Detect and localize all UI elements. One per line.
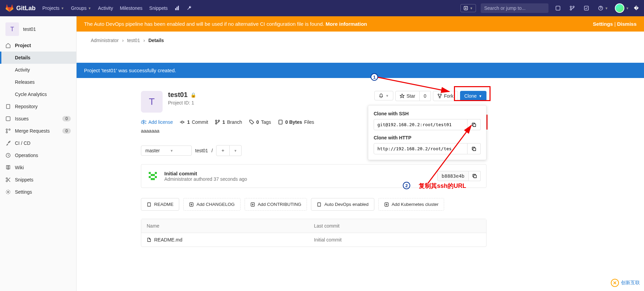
- rocket-icon: [5, 140, 11, 146]
- clone-ssh-input[interactable]: [374, 119, 468, 130]
- star-button[interactable]: Star: [395, 91, 420, 101]
- col-commit: Last commit: [309, 219, 447, 233]
- nav-milestones[interactable]: Milestones: [120, 5, 143, 11]
- alert-settings-link[interactable]: Settings: [593, 21, 613, 27]
- todos-icon[interactable]: [582, 3, 591, 13]
- clone-dropdown: Clone with SSH Clone with HTTP: [368, 105, 486, 160]
- svg-point-21: [440, 94, 441, 95]
- add-license-link[interactable]: Add license: [141, 119, 173, 125]
- path-project[interactable]: test01: [195, 148, 208, 153]
- help-dropdown[interactable]: ▼: [596, 3, 610, 13]
- clone-ssh-copy[interactable]: [468, 119, 481, 130]
- user-menu[interactable]: ▼: [615, 3, 629, 13]
- bell-icon: [379, 93, 383, 98]
- contributing-button[interactable]: Add CONTRIBUTING: [245, 198, 307, 211]
- commit-title[interactable]: Initial commit: [164, 171, 432, 176]
- file-link[interactable]: README.md: [147, 237, 303, 242]
- add-file-dropdown[interactable]: ▼: [230, 145, 242, 156]
- search-input[interactable]: [484, 5, 543, 11]
- plus-square-icon: [250, 202, 255, 207]
- tags-link[interactable]: 0 Tags: [249, 119, 271, 125]
- alert-dismiss-link[interactable]: Dismiss: [617, 21, 637, 27]
- svg-rect-34: [155, 172, 157, 174]
- sidebar-item-issues[interactable]: Issues 0: [0, 113, 76, 125]
- fork-button[interactable]: Fork: [433, 91, 458, 101]
- file-icon: [147, 237, 151, 242]
- scissors-icon: [5, 177, 11, 182]
- sidebar-item-snippets[interactable]: Snippets: [0, 174, 76, 186]
- branch-select[interactable]: master▼: [141, 146, 192, 156]
- plus-icon: [463, 6, 468, 11]
- brand[interactable]: GitLab: [5, 4, 36, 12]
- plus-square-icon: [189, 202, 194, 207]
- notification-button[interactable]: ▼: [374, 91, 393, 100]
- avatar: [615, 3, 624, 13]
- sidebar-item-wiki[interactable]: Wiki: [0, 161, 76, 174]
- clone-http-copy[interactable]: [468, 143, 481, 154]
- sidebar-item-cicd[interactable]: CI / CD: [0, 137, 76, 149]
- breadcrumb-admin[interactable]: Administrator: [91, 38, 119, 43]
- svg-point-17: [6, 178, 7, 179]
- identicon-icon: [147, 170, 159, 182]
- svg-point-28: [215, 120, 217, 121]
- commit-sha[interactable]: b8883e4b: [437, 171, 469, 181]
- issues-icon[interactable]: [553, 3, 563, 13]
- svg-point-15: [9, 129, 10, 130]
- nav-chart-icon[interactable]: [174, 5, 180, 11]
- copy-icon: [472, 147, 476, 151]
- sidebar-item-releases[interactable]: Releases: [0, 76, 76, 88]
- sidebar-item-settings[interactable]: Settings: [0, 186, 76, 198]
- fork-icon: [437, 94, 442, 98]
- file-commit[interactable]: Initial commit: [309, 233, 447, 247]
- clone-http-input[interactable]: [374, 143, 468, 154]
- nav-activity[interactable]: Activity: [98, 5, 113, 11]
- action-buttons: ▼ Star 0 Fork Clone: [374, 91, 486, 101]
- table-row[interactable]: README.md Initial commit: [141, 233, 486, 247]
- copy-icon: [472, 122, 476, 127]
- svg-rect-12: [6, 117, 10, 121]
- svg-rect-40: [148, 202, 151, 206]
- svg-rect-23: [473, 124, 476, 127]
- branch-icon: [215, 119, 220, 125]
- autodevops-button[interactable]: Auto DevOps enabled: [311, 198, 374, 211]
- add-file-button[interactable]: ＋: [216, 145, 230, 156]
- svg-point-20: [438, 94, 439, 95]
- nav-snippets[interactable]: Snippets: [149, 5, 168, 11]
- merge-icon[interactable]: [567, 3, 577, 13]
- clone-button[interactable]: Clone ▼: [460, 91, 487, 101]
- svg-point-18: [6, 180, 7, 182]
- new-dropdown[interactable]: ▼: [460, 4, 476, 12]
- sidebar-project-name: test01: [23, 26, 36, 32]
- copy-sha-button[interactable]: [469, 171, 481, 181]
- k8s-button[interactable]: Add Kubernetes cluster: [378, 198, 444, 211]
- changelog-button[interactable]: Add CHANGELOG: [183, 198, 241, 211]
- sidebar-item-details[interactable]: Details: [0, 52, 76, 64]
- copy-icon: [472, 174, 477, 178]
- sidebar-item-activity[interactable]: Activity: [0, 64, 76, 76]
- search-box[interactable]: [481, 3, 548, 13]
- sidebar-item-repository[interactable]: Repository: [0, 100, 76, 113]
- operations-icon: [5, 153, 11, 158]
- watermark: ✕ 创新互联: [611, 279, 640, 287]
- breadcrumb: Administrator › test01 › Details: [83, 32, 544, 49]
- sidebar-item-operations[interactable]: Operations: [0, 149, 76, 161]
- svg-rect-1: [176, 7, 178, 10]
- sidebar-item-merge[interactable]: Merge Requests 0: [0, 125, 76, 137]
- readme-button[interactable]: README: [141, 198, 179, 211]
- nav-projects[interactable]: Projects▼: [42, 5, 64, 11]
- files-size-link[interactable]: 0 Bytes Files: [278, 119, 314, 125]
- commits-link[interactable]: 1 Commit: [180, 119, 208, 125]
- nav-groups[interactable]: Groups▼: [71, 5, 91, 11]
- sidebar-project-header[interactable]: T test01: [0, 19, 76, 39]
- branches-link[interactable]: 1 Branch: [215, 119, 242, 125]
- doc-icon: [317, 202, 321, 207]
- sidebar-item-project[interactable]: Project: [0, 39, 76, 52]
- sidebar-item-cycle[interactable]: Cycle Analytics: [0, 88, 76, 100]
- commit-icon: [180, 119, 185, 125]
- breadcrumb-project[interactable]: test01: [127, 38, 140, 43]
- alert-success: Project 'test01' was successfully create…: [77, 63, 644, 78]
- more-info-link[interactable]: More information: [326, 21, 367, 27]
- nav-wrench-icon[interactable]: [187, 5, 192, 11]
- star-count[interactable]: 0: [420, 91, 431, 101]
- svg-rect-43: [318, 202, 321, 206]
